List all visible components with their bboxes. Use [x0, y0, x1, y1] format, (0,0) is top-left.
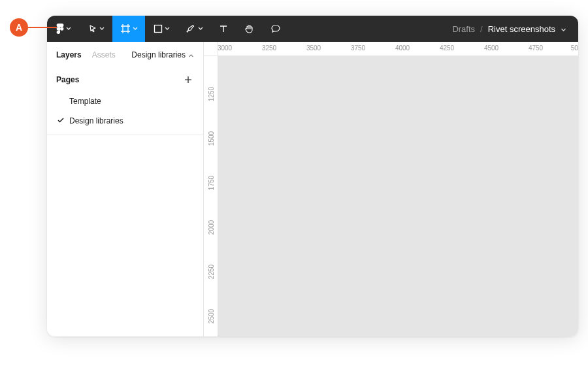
breadcrumb-current[interactable]: Rivet screenshots — [488, 24, 555, 34]
hand-tool-button[interactable] — [237, 16, 263, 42]
rectangle-icon — [154, 24, 163, 33]
comment-tool-button[interactable] — [263, 16, 289, 42]
svg-point-2 — [193, 25, 194, 27]
cursor-icon — [88, 24, 97, 33]
check-icon — [57, 116, 64, 124]
sidebar-divider — [47, 135, 203, 135]
tab-layers[interactable]: Layers — [56, 50, 82, 59]
pen-icon — [186, 24, 196, 34]
chevron-down-icon — [99, 27, 105, 31]
breadcrumb[interactable]: Drafts / Rivet screenshots — [452, 16, 578, 42]
text-icon — [219, 24, 228, 33]
plus-icon — [184, 76, 192, 84]
ruler-tick: 2250 — [207, 265, 214, 279]
ruler-horizontal[interactable]: 3000 3250 3500 3750 4000 4250 4500 4750 … — [218, 42, 578, 56]
canvas[interactable] — [218, 56, 578, 336]
ruler-tick: 3500 — [306, 44, 321, 52]
annotation-badge: A — [10, 18, 28, 37]
ruler-tick: 2000 — [207, 220, 214, 235]
breadcrumb-separator: / — [480, 24, 483, 34]
svg-point-0 — [60, 27, 63, 30]
shape-tool-button[interactable] — [145, 16, 178, 42]
app-window: Drafts / Rivet screenshots Layers Assets… — [47, 16, 578, 336]
chevron-down-icon — [66, 27, 71, 31]
ruler-tick: 1250 — [207, 87, 214, 101]
chevron-down-icon — [133, 27, 138, 31]
page-switcher[interactable]: Design libraries — [131, 50, 194, 59]
ruler-tick: 3750 — [351, 44, 365, 52]
annotation-marker: A — [10, 18, 57, 37]
ruler-vertical[interactable]: 1250 1500 1750 2000 2250 2500 — [204, 56, 218, 336]
add-page-button[interactable] — [182, 74, 194, 86]
chevron-down-icon — [165, 27, 170, 31]
ruler-tick: 3250 — [262, 44, 276, 52]
page-row[interactable]: Template — [47, 91, 203, 111]
ruler-tick: 4500 — [484, 44, 498, 52]
svg-rect-1 — [154, 25, 161, 33]
text-tool-button[interactable] — [210, 16, 237, 42]
sidebar-tabs: Layers Assets Design libraries — [47, 42, 203, 68]
chevron-up-icon — [188, 50, 194, 59]
frame-tool-button[interactable] — [112, 16, 145, 42]
breadcrumb-parent[interactable]: Drafts — [452, 24, 475, 34]
ruler-tick: 500 — [571, 44, 578, 52]
pages-section-label: Pages — [56, 75, 79, 84]
move-tool-button[interactable] — [80, 16, 112, 42]
ruler-tick: 4750 — [529, 44, 543, 52]
frame-icon — [120, 24, 131, 34]
ruler-tick: 4250 — [440, 44, 454, 52]
comment-icon — [270, 24, 281, 34]
page-item-label: Template — [47, 91, 203, 111]
ruler-corner — [204, 42, 218, 56]
ruler-tick: 4000 — [395, 44, 410, 52]
figma-logo-icon — [56, 24, 64, 34]
left-sidebar: Layers Assets Design libraries Pages Tem… — [47, 42, 204, 336]
pen-tool-button[interactable] — [178, 16, 210, 42]
ruler-tick: 3000 — [218, 44, 232, 52]
page-switcher-label: Design libraries — [131, 50, 186, 59]
tab-assets[interactable]: Assets — [92, 50, 116, 59]
ruler-tick: 1750 — [207, 176, 214, 190]
ruler-tick: 1500 — [207, 131, 214, 146]
chevron-down-icon[interactable] — [561, 24, 566, 34]
pages-section-header: Pages — [47, 68, 203, 91]
ruler-tick: 2500 — [207, 309, 214, 323]
hand-icon — [244, 24, 255, 34]
annotation-line — [28, 27, 57, 28]
top-toolbar: Drafts / Rivet screenshots — [47, 16, 578, 42]
page-row[interactable]: Design libraries — [47, 111, 203, 131]
page-item-label: Design libraries — [47, 111, 203, 131]
chevron-down-icon — [198, 27, 203, 31]
canvas-area: 3000 3250 3500 3750 4000 4250 4500 4750 … — [204, 42, 578, 336]
